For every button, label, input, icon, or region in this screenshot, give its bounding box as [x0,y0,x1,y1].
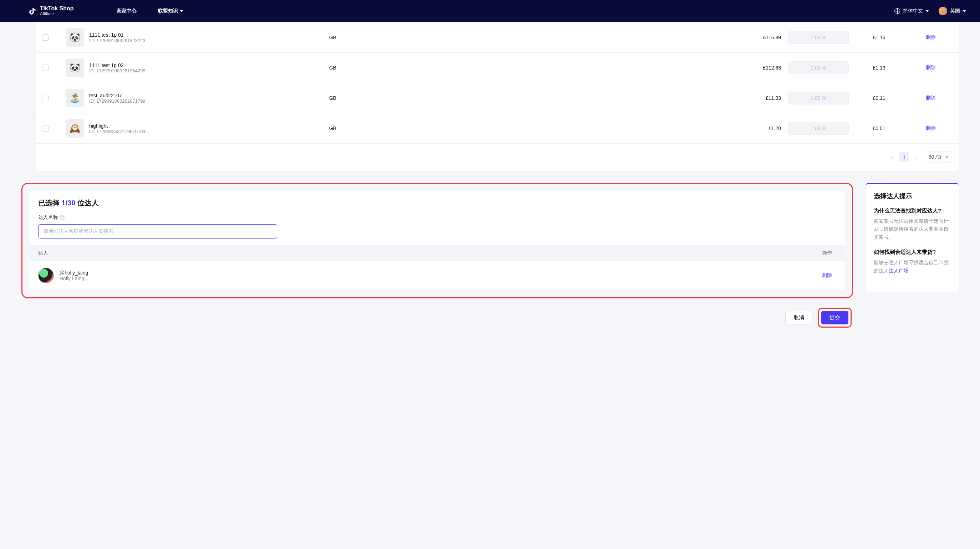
page-prev[interactable]: ‹ [891,154,892,160]
product-name: 1111 test 1p 02 [89,62,145,68]
avatar [939,7,947,15]
row-checkbox[interactable] [42,34,48,41]
tip-a2: 能够去达人广场寻找适合自己带货的达人达人广场 [874,259,951,274]
product-thumb: 🕰️ [65,119,84,138]
chevron-down-icon [945,157,948,158]
product-id: ID: 1729391083261954295 [89,68,145,73]
tip-q2: 如何找到合适达人来带货? [874,249,951,255]
product-thumb: 🏝️ [65,89,84,107]
delete-product-link[interactable]: 删除 [926,95,936,100]
table-row: 🐼 1111 test 1p 02 ID: 172939108326195429… [36,53,959,83]
tip-q1: 为什么无法查找到对应达人? [874,208,951,214]
language-selector[interactable]: 简体中文 [894,8,929,14]
page-size-select[interactable]: 50 /页 [924,152,952,163]
creator-avatar [38,268,54,283]
product-price: £1.20 [486,125,784,131]
row-checkbox[interactable] [42,95,48,101]
product-id: ID: 1729382522479610103 [89,129,145,134]
submit-button[interactable]: 提交 [821,311,848,324]
tips-title: 选择达人提示 [874,192,951,200]
chevron-down-icon [926,10,929,12]
creator-row: @holly_laing Holly Laing... 删除 [30,261,845,290]
product-price: £112.63 [486,65,784,71]
row-checkbox[interactable] [42,65,48,71]
delete-product-link[interactable]: 删除 [926,34,936,40]
creator-search-input[interactable]: 请通过达人名称或者达人ID搜索 [38,224,277,238]
creator-plaza-link[interactable]: 达人广场 [889,268,909,273]
row-checkbox[interactable] [42,125,48,132]
tip-a1: 商家账号无法被用来邀请于定向计划，请确定所搜索的达人非商家自卖账号。 [874,217,951,241]
product-thumb: 🐼 [65,59,84,77]
product-price: £11.33 [486,95,784,101]
footer-actions: 取消 提交 [21,308,853,328]
col-op: 操作 [794,250,836,256]
product-id: ID: 1729391083261823223 [89,38,145,43]
product-cost: £1.16 [852,35,906,40]
product-country: GB [183,125,482,131]
table-row: 🏝️ test_audit2107 ID: 172939108326287179… [36,83,959,113]
table-row: 🐼 1111 test 1p 01 ID: 172939108326182322… [36,22,959,53]
selected-creators-card: 已选择 1/30 位达人 达人名称 ? 请通过达人名称或者达人ID搜索 达人 操… [30,191,845,290]
help-icon[interactable]: ? [60,215,65,220]
product-cost: £1.13 [852,65,906,71]
region-selector[interactable]: 英国 [939,7,966,15]
product-name: test_audit2107 [89,93,145,98]
product-table-card: 🐼 1111 test 1p 01 ID: 172939108326182322… [36,22,959,171]
product-country: GB [183,65,482,71]
chevron-down-icon [180,10,183,12]
brand-line1: TikTok Shop [40,6,74,12]
product-cost: £0.11 [852,95,906,101]
table-row: 🕰️ highlight ID: 1729382522479610103 GB … [36,113,959,144]
product-id: ID: 1729391083262871799 [89,98,145,104]
product-thumb: 🐼 [65,28,84,47]
page-next[interactable]: › [915,154,917,160]
main-header: TikTok Shop Affiliate 商家中心 联盟知识 简体中文 英国 [0,0,980,22]
chevron-down-icon [963,10,966,12]
creator-table-header: 达人 操作 [30,245,845,261]
product-country: GB [183,35,482,40]
highlight-outline: 已选择 1/30 位达人 达人名称 ? 请通过达人名称或者达人ID搜索 达人 操… [21,183,853,298]
nav-seller-center[interactable]: 商家中心 [117,8,137,14]
creator-handle: @holly_laing [60,270,88,276]
product-name: highlight [89,123,145,129]
product-name: 1111 test 1p 01 [89,32,145,38]
product-cost: £0.01 [852,125,906,131]
creator-display-name: Holly Laing... [60,276,88,281]
highlight-outline-submit: 提交 [818,308,852,328]
commission-rate-input[interactable]: 1.00 % [788,61,849,74]
commission-rate-input[interactable]: 1.00 % [788,122,849,135]
product-country: GB [183,95,482,101]
delete-creator-link[interactable]: 删除 [794,272,836,279]
product-price: £115.89 [486,35,784,40]
commission-rate-input[interactable]: 1.00 % [788,92,849,105]
pagination: ‹ 1 › 50 /页 [36,144,959,171]
page-number[interactable]: 1 [899,152,909,162]
col-creator: 达人 [38,250,794,256]
globe-icon [894,8,900,14]
brand-line2: Affiliate [40,12,74,16]
delete-product-link[interactable]: 删除 [926,65,936,70]
tiktok-icon [29,7,37,15]
brand-logo: TikTok Shop Affiliate [29,6,74,16]
delete-product-link[interactable]: 删除 [926,125,936,131]
commission-rate-input[interactable]: 1.00 % [788,31,849,44]
selected-title: 已选择 1/30 位达人 [30,198,845,208]
nav-knowledge[interactable]: 联盟知识 [158,8,183,14]
creator-search-label: 达人名称 ? [30,208,845,224]
cancel-button[interactable]: 取消 [785,311,812,324]
tips-card: 选择达人提示 为什么无法查找到对应达人? 商家账号无法被用来邀请于定向计划，请确… [866,183,959,292]
nav: 商家中心 联盟知识 [117,8,183,14]
